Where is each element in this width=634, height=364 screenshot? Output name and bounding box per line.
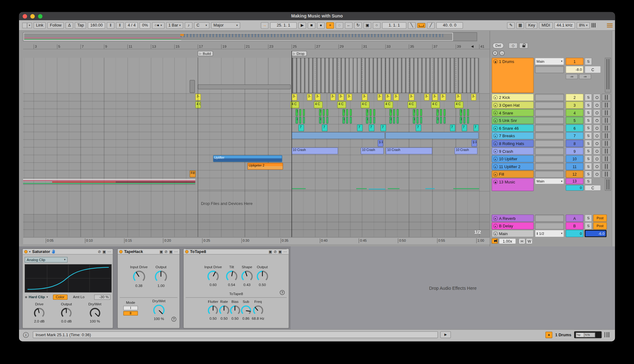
clip-unk[interactable] [396, 117, 399, 124]
clip-kick[interactable]: 3- [394, 94, 399, 101]
unfold-icon[interactable]: ▸ [493, 149, 498, 153]
main-output-select[interactable]: ‖ 1/2 ▾ [535, 230, 564, 237]
clip-kick[interactable]: 3- [385, 94, 391, 101]
unfold-icon[interactable]: ▸ [493, 164, 498, 169]
drums-pan-field[interactable]: C [585, 66, 601, 73]
solo-button[interactable]: S [585, 94, 592, 101]
clip-snare46[interactable]: 7 [450, 124, 455, 131]
mode-ii-button[interactable]: II [123, 311, 138, 315]
clip-kick[interactable]: 3- [440, 94, 446, 101]
totape8-titlebar[interactable]: ToTape8 ▣ ⊘ ▣ ⋯ [184, 249, 289, 255]
unfold-icon[interactable]: ▸ [493, 95, 498, 99]
clip-kick[interactable]: 3- [307, 94, 312, 101]
time-ruler[interactable]: 0:050:100:150:200:250:300:350:400:450:50… [23, 237, 490, 244]
clip-unk[interactable] [326, 117, 328, 124]
clip-unk[interactable] [420, 117, 422, 124]
track-device-slot[interactable] [535, 163, 564, 170]
clip-openhat[interactable]: 4 C [384, 101, 393, 108]
clip-rolling[interactable]: 9 R [378, 140, 383, 147]
clip-uplifter2[interactable]: Upligeter 2 [248, 163, 283, 170]
music-routing-select[interactable]: Main▾ [535, 178, 564, 184]
clip-snare46[interactable]: 7 [357, 124, 362, 131]
clip-crash[interactable]: 10 Crash [292, 148, 338, 154]
post-toggle[interactable]: Post [593, 222, 607, 229]
loop-start-field[interactable]: 1. 1. 1 [382, 22, 406, 29]
clip-kick[interactable]: 3- [346, 94, 352, 101]
clip-snare[interactable] [393, 109, 395, 116]
arrangement-position-field[interactable]: 25. 1. 1 [270, 22, 297, 29]
menu-icon[interactable] [607, 23, 612, 27]
metronome-button[interactable]: ∆ [66, 22, 73, 29]
clip-unk[interactable] [303, 117, 305, 124]
track-header-snare46[interactable]: ▸6 Snare 46 [492, 124, 534, 132]
clip-drums[interactable] [198, 85, 290, 90]
track-device-slot[interactable] [535, 215, 564, 222]
amt-value-field[interactable]: -30 % [94, 294, 111, 300]
clip-kick[interactable]: 3- [362, 94, 367, 101]
unfold-icon[interactable]: ▸ [493, 231, 498, 236]
arm-button[interactable] [593, 163, 600, 170]
tapehack-titlebar[interactable]: TapeHack ▣ ⊘ ▣ ⋯ [118, 249, 179, 255]
clip-crash[interactable]: 10 Crash [455, 148, 478, 154]
device-on-led[interactable] [185, 250, 188, 253]
clip-snare46[interactable]: 7 [381, 124, 386, 131]
clip-openhat[interactable]: 4 C [455, 101, 464, 108]
info-icon[interactable] [23, 332, 29, 338]
clip-snare[interactable]: 5 E [296, 109, 298, 116]
solo-button[interactable]: S [585, 155, 592, 162]
help-icon[interactable] [280, 290, 285, 295]
play-button[interactable]: ▶ [298, 22, 306, 29]
nudge-down-button[interactable]: ‖ [107, 22, 115, 29]
track-device-slot[interactable] [535, 148, 564, 155]
link-button[interactable]: Link [34, 22, 46, 29]
solo-button[interactable]: S [585, 222, 592, 229]
unfold-icon[interactable]: ▸ [493, 172, 498, 176]
arm-button[interactable] [593, 94, 600, 101]
track-device-slot[interactable] [535, 117, 564, 124]
waveshaper-type-select[interactable]: Analog Clip ▾ [25, 257, 67, 263]
draw-mode-button[interactable]: ✎ [507, 22, 515, 29]
stop-button[interactable]: ■ [308, 22, 316, 29]
clip-unk[interactable] [440, 117, 442, 124]
clip-unk[interactable]: 6 [342, 117, 345, 124]
unfold-icon[interactable]: ▸ [493, 216, 498, 220]
device-chain-minimap[interactable]: Tap ToTa [574, 331, 602, 338]
clip-breaks[interactable] [385, 132, 479, 139]
knob[interactable] [34, 308, 45, 318]
clip-snare[interactable] [440, 109, 442, 116]
clip-unk[interactable] [322, 117, 325, 124]
clip-kick[interactable]: 3- [471, 94, 476, 101]
clip-snare[interactable]: 5 E [460, 109, 462, 116]
arm-button[interactable] [593, 171, 600, 178]
knob[interactable] [230, 305, 240, 315]
clip-snare[interactable] [326, 109, 328, 116]
scale-icon[interactable]: ♪ [185, 22, 193, 29]
track-header-music[interactable]: ◉ 13 Music [492, 178, 534, 191]
clip-drums[interactable] [189, 80, 195, 93]
arm-button[interactable] [593, 155, 600, 162]
arm-button[interactable] [593, 132, 600, 139]
back-to-arrangement-button[interactable]: → [261, 22, 268, 29]
clip-snare[interactable] [370, 109, 372, 116]
clip-breaks[interactable] [292, 132, 385, 139]
clip-uplifter[interactable]: Uplifter [213, 155, 282, 162]
track-header-return-b[interactable]: ▸B Delay [492, 222, 534, 229]
clip-snare[interactable] [303, 109, 305, 116]
key-map-button[interactable]: Key [526, 22, 538, 29]
scroll-left-icon[interactable]: ◀ [471, 44, 474, 48]
mode-i-button[interactable]: I [123, 306, 138, 310]
more-icon[interactable]: ⋯ [283, 250, 287, 254]
nudge-up-button[interactable]: ‖ [116, 22, 124, 29]
knob[interactable] [241, 271, 253, 282]
clip-kick[interactable]: 3- [456, 94, 461, 101]
track-header-rolling[interactable]: ▸8 Rolling Hats [492, 140, 534, 147]
clip-drums[interactable] [292, 58, 479, 93]
zoom-height-button[interactable]: H [519, 238, 525, 244]
record-button[interactable]: ● [317, 22, 325, 29]
quantization-select[interactable]: 1 Bar▾ [166, 22, 183, 29]
add-track-button[interactable]: + [493, 51, 498, 56]
track-device-slot[interactable] [535, 171, 564, 178]
arrangement-grid[interactable]: 4 CUplifterUpligeter 2Fill3-3-3-3-3-3-3-… [23, 58, 490, 237]
clip-snare[interactable] [463, 109, 465, 116]
clip-unk[interactable]: 6 [390, 117, 392, 124]
